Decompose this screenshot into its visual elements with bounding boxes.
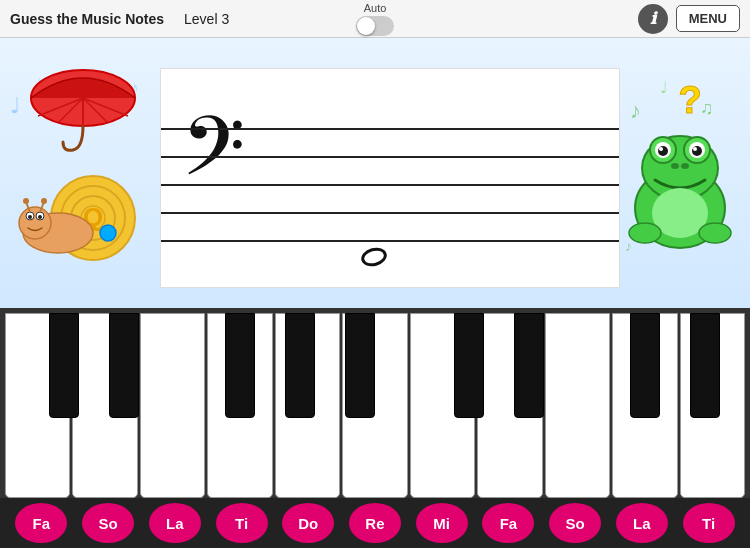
black-key-3[interactable] (225, 313, 255, 418)
black-key-8[interactable] (630, 313, 660, 418)
black-key-6[interactable] (454, 313, 484, 418)
svg-point-17 (38, 215, 42, 219)
piano-area: FaSoLaTiDoReMiFaSoLaTi (0, 308, 750, 548)
black-key-1[interactable] (49, 313, 79, 418)
note-label-re1[interactable]: Re (349, 503, 401, 543)
auto-toggle[interactable] (356, 16, 394, 36)
black-key-5[interactable] (345, 313, 375, 418)
svg-point-29 (658, 146, 668, 156)
note-label-fa1[interactable]: Fa (15, 503, 67, 543)
auto-toggle-section: Auto (356, 2, 394, 36)
frog-character-area: ? (620, 58, 740, 278)
svg-point-37 (699, 223, 731, 243)
piano-keys-container (0, 308, 750, 498)
black-key-9[interactable] (690, 313, 720, 418)
svg-point-31 (659, 147, 663, 151)
staff-lines-container: 𝄢 (161, 118, 619, 238)
level-label: Level 3 (184, 11, 229, 27)
note-label-ti1[interactable]: Ti (216, 503, 268, 543)
white-key-3[interactable] (140, 313, 205, 498)
note-label-la1[interactable]: La (149, 503, 201, 543)
snail-character-area: Q (10, 58, 155, 278)
staff-line-2 (161, 156, 619, 158)
svg-point-16 (28, 215, 32, 219)
note-label-so1[interactable]: So (82, 503, 134, 543)
staff-line-5 (161, 240, 619, 242)
menu-button[interactable]: MENU (676, 5, 740, 32)
staff-line-4 (161, 212, 619, 214)
frog-svg: ? (625, 68, 735, 268)
svg-point-11 (100, 225, 116, 241)
svg-point-21 (41, 198, 47, 204)
whole-note (359, 245, 389, 269)
header-right-controls: ℹ MENU (638, 4, 740, 34)
black-key-4[interactable] (285, 313, 315, 418)
note-labels-row: FaSoLaTiDoReMiFaSoLaTi (0, 498, 750, 548)
header-bar: Guess the Music Notes Level 3 Auto ℹ MEN… (0, 0, 750, 38)
info-button[interactable]: ℹ (638, 4, 668, 34)
svg-point-13 (19, 207, 51, 239)
auto-label: Auto (364, 2, 387, 14)
black-key-2[interactable] (109, 313, 139, 418)
black-key-7[interactable] (514, 313, 544, 418)
staff-line-3 (161, 184, 619, 186)
note-label-ti2[interactable]: Ti (683, 503, 735, 543)
svg-point-36 (629, 223, 661, 243)
svg-text:?: ? (678, 79, 701, 121)
staff-line-1 (161, 128, 619, 130)
app-title: Guess the Music Notes (10, 11, 164, 27)
svg-point-20 (23, 198, 29, 204)
toggle-thumb (357, 17, 375, 35)
svg-point-33 (671, 163, 679, 169)
svg-point-30 (692, 146, 702, 156)
music-staff-area: 𝄢 (160, 68, 620, 288)
svg-point-32 (693, 147, 697, 151)
white-key-9[interactable] (545, 313, 610, 498)
note-label-mi1[interactable]: Mi (416, 503, 468, 543)
note-label-so2[interactable]: So (549, 503, 601, 543)
snail-svg: Q (13, 68, 153, 268)
note-label-do1[interactable]: Do (282, 503, 334, 543)
note-label-la2[interactable]: La (616, 503, 668, 543)
note-label-fa2[interactable]: Fa (482, 503, 534, 543)
bass-clef-symbol: 𝄢 (181, 108, 245, 208)
svg-point-34 (681, 163, 689, 169)
main-display-area: ♩ ♪ ♫ ♪ ♩ ♫ ♪ ♩ ♫ ♪ ♩ Q (0, 38, 750, 308)
